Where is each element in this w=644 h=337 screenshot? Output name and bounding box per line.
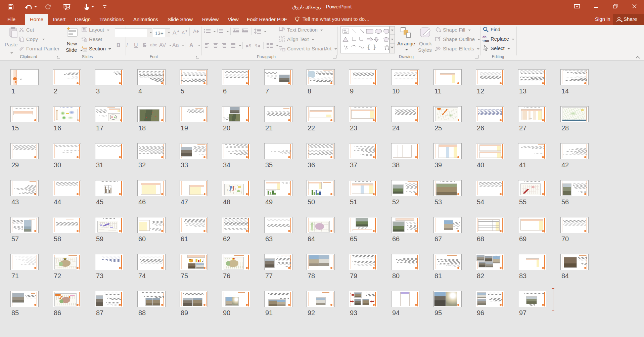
- svg-text:{: {: [368, 44, 370, 50]
- svg-text:ac: ac: [485, 39, 489, 42]
- svg-text:}: }: [374, 44, 376, 50]
- svg-text:ab: ab: [482, 36, 487, 39]
- svg-text:A: A: [283, 27, 285, 31]
